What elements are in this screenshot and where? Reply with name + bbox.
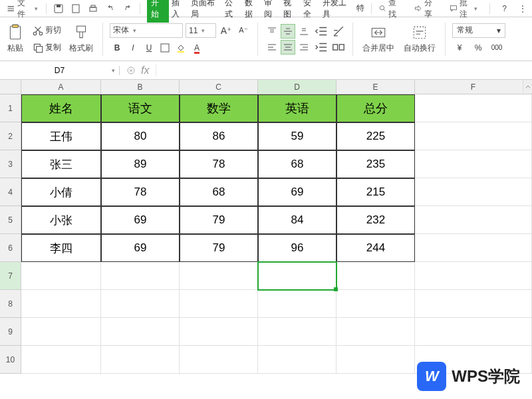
scroll-up-button[interactable]	[523, 80, 532, 93]
row-header[interactable]: 9	[0, 318, 21, 346]
align-bottom-button[interactable]	[297, 24, 311, 39]
cell[interactable]: 96	[258, 234, 336, 262]
tab-6[interactable]: 视图	[281, 0, 300, 23]
cell[interactable]: 89	[101, 150, 180, 178]
bold-button[interactable]: B	[110, 41, 124, 55]
align-top-button[interactable]	[265, 24, 279, 39]
row-header[interactable]: 1	[0, 94, 21, 122]
save-button[interactable]	[51, 2, 66, 15]
tab-8[interactable]: 开发工具	[320, 0, 354, 23]
column-header[interactable]: B	[101, 80, 180, 94]
comments-button[interactable]: 批注 ▾	[447, 0, 480, 21]
number-format-select[interactable]: 常规▾	[452, 23, 505, 38]
cell[interactable]: 244	[336, 234, 415, 262]
cell[interactable]	[415, 262, 532, 290]
cell[interactable]	[336, 318, 415, 346]
cell[interactable]: 69	[101, 206, 180, 234]
cells-area[interactable]: 姓名语文数学英语总分王伟808659225张三897868235小倩786869…	[21, 94, 532, 374]
cell[interactable]: 59	[258, 122, 336, 150]
fill-color-button[interactable]	[174, 41, 188, 55]
cell[interactable]	[21, 262, 101, 290]
cut-button[interactable]: 剪切	[29, 23, 64, 38]
undo-button[interactable]	[102, 2, 118, 15]
font-color-button[interactable]: A	[190, 41, 204, 55]
column-header[interactable]: D	[258, 80, 336, 94]
cell[interactable]	[21, 318, 101, 346]
decrease-indent-button[interactable]	[314, 24, 329, 39]
cell[interactable]: 69	[258, 178, 336, 206]
cell[interactable]	[101, 290, 180, 318]
fill-handle[interactable]	[334, 287, 338, 291]
cell[interactable]	[415, 178, 532, 206]
row-header[interactable]: 5	[0, 206, 21, 234]
cell[interactable]: 68	[258, 150, 336, 178]
cell[interactable]	[101, 318, 180, 346]
name-box[interactable]: D7 ▾	[0, 66, 120, 75]
cell[interactable]: 78	[180, 150, 258, 178]
redo-button[interactable]	[120, 2, 136, 15]
cell[interactable]: 姓名	[21, 94, 101, 122]
tab-0[interactable]: 开始	[147, 0, 169, 23]
cell[interactable]	[415, 122, 532, 150]
cell[interactable]	[258, 262, 336, 290]
cancel-icon[interactable]	[126, 66, 136, 75]
increase-indent-button[interactable]	[314, 40, 329, 55]
column-header[interactable]: A	[21, 80, 101, 94]
cell[interactable]: 86	[180, 122, 258, 150]
cell[interactable]	[336, 290, 415, 318]
cell[interactable]: 215	[336, 178, 415, 206]
cell[interactable]: 王伟	[21, 122, 101, 150]
cell[interactable]	[258, 318, 336, 346]
font-name-select[interactable]: 宋体▾	[110, 23, 183, 38]
cell[interactable]: 语文	[101, 94, 180, 122]
fx-button[interactable]: fx	[141, 65, 149, 76]
tab-4[interactable]: 数据	[242, 0, 261, 23]
cell[interactable]	[415, 290, 532, 318]
print-preview-button[interactable]	[68, 2, 84, 15]
cell[interactable]	[21, 346, 101, 374]
merge-center-button[interactable]: 合并居中	[360, 23, 397, 55]
increase-font-button[interactable]: A⁺	[219, 23, 233, 38]
share-button[interactable]: 分享	[411, 0, 440, 21]
row-header[interactable]: 4	[0, 178, 21, 206]
cell[interactable]: 68	[180, 178, 258, 206]
cell[interactable]	[180, 318, 258, 346]
column-header[interactable]: F	[415, 80, 532, 94]
paste-button[interactable]: 粘贴	[4, 23, 27, 55]
cell[interactable]	[258, 346, 336, 374]
tab-3[interactable]: 公式	[222, 0, 241, 23]
cell[interactable]	[415, 206, 532, 234]
cell[interactable]: 69	[101, 234, 180, 262]
print-button[interactable]	[85, 2, 101, 15]
cell[interactable]: 79	[180, 206, 258, 234]
copy-button[interactable]: 复制	[29, 41, 64, 55]
cell[interactable]: 79	[180, 234, 258, 262]
font-size-select[interactable]: 11▾	[186, 23, 216, 38]
tab-7[interactable]: 安全	[301, 0, 320, 23]
cell[interactable]: 235	[336, 150, 415, 178]
cell[interactable]	[336, 262, 415, 290]
align-left-button[interactable]	[265, 40, 279, 55]
cell[interactable]	[101, 346, 180, 374]
row-header[interactable]: 6	[0, 234, 21, 262]
cell[interactable]: 84	[258, 206, 336, 234]
align-right-button[interactable]	[297, 40, 311, 55]
cell[interactable]: 张三	[21, 150, 101, 178]
cell[interactable]	[21, 290, 101, 318]
cell[interactable]	[415, 234, 532, 262]
row-header[interactable]: 2	[0, 122, 21, 150]
format-painter-button[interactable]: 格式刷	[66, 23, 96, 55]
wrap-text-button[interactable]: 自动换行	[401, 23, 438, 55]
column-header[interactable]: C	[180, 80, 258, 94]
cell[interactable]: 232	[336, 206, 415, 234]
row-header[interactable]: 3	[0, 150, 21, 178]
currency-button[interactable]: ¥	[452, 41, 467, 55]
tab-1[interactable]: 插入	[169, 0, 188, 23]
cell[interactable]: 小倩	[21, 178, 101, 206]
border-button[interactable]	[158, 41, 172, 55]
file-menu[interactable]: 文件 ▾	[3, 0, 42, 21]
cell[interactable]: 225	[336, 122, 415, 150]
orientation-button[interactable]	[331, 24, 346, 39]
tab-5[interactable]: 审阅	[261, 0, 281, 23]
cell[interactable]: 小张	[21, 206, 101, 234]
